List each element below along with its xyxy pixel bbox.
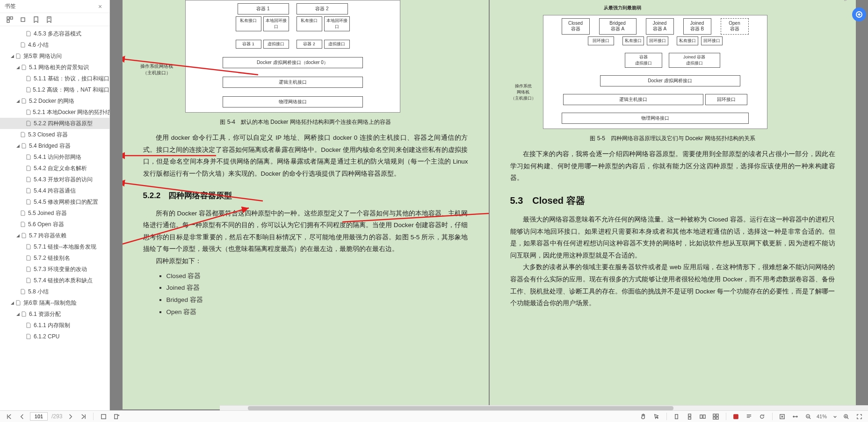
dia-box: 物理网络接口 — [223, 96, 363, 107]
prev-page-button[interactable] — [17, 412, 27, 421]
tree-item-label: 5.4.1 访问外部网络 — [34, 153, 81, 161]
dia-box: Bridged 容器 A — [599, 18, 637, 35]
tree-item[interactable]: 6.1.1 内存限制 — [0, 320, 109, 331]
last-page-button[interactable] — [78, 412, 88, 421]
continuous-page-icon[interactable] — [685, 412, 695, 421]
single-page-icon[interactable] — [672, 412, 682, 421]
bookmark-alt-icon[interactable] — [46, 16, 52, 23]
tree-item[interactable]: 5.4.3 开放对容器的访问 — [0, 174, 109, 185]
tree-item[interactable]: ◢5.4 Bridged 容器 — [0, 140, 109, 151]
tree-item[interactable]: 5.4.1 访问外部网络 — [0, 151, 109, 163]
close-icon[interactable]: × — [98, 3, 105, 10]
tree-item[interactable]: 5.3 Closed 容器 — [0, 129, 109, 140]
fullscreen-icon[interactable] — [854, 412, 864, 421]
tree-item[interactable]: 5.2.2 四种网络容器原型 — [0, 118, 109, 129]
tree-item[interactable]: ◢第5章 网络访问 — [0, 50, 109, 62]
body-paragraph: 四种原型如下： — [143, 255, 468, 267]
tree-item[interactable]: 5.2.1 本地Docker 网络的拓扑结构 — [0, 107, 109, 118]
next-page-button[interactable] — [65, 412, 75, 421]
tree-item[interactable]: 5.8 小结 — [0, 286, 109, 297]
tree-item-label: 5.5 Joined 容器 — [28, 209, 67, 217]
two-page-icon[interactable] — [698, 412, 708, 421]
horizontal-scrollbar[interactable] — [220, 405, 868, 410]
two-page-continuous-icon[interactable] — [711, 412, 721, 421]
tree-arrow-icon[interactable]: ◢ — [15, 64, 21, 70]
tree-item[interactable]: 5.4.4 跨容器通信 — [0, 185, 109, 196]
tree-item[interactable]: ◢第6章 隔离--限制危险 — [0, 297, 109, 308]
svg-rect-17 — [713, 414, 716, 416]
document-viewport[interactable]: 操作系统网络栈 （主机接口） 容器 1 容器 2 私有接口 本地回环接口 私有接… — [110, 0, 868, 410]
rotate-icon[interactable] — [757, 412, 767, 421]
dia-box: Joined 容器 A — [646, 18, 674, 35]
page-add-icon[interactable] — [111, 412, 122, 421]
tree-item[interactable]: 5.7.4 链接的本质和缺点 — [0, 275, 109, 286]
zoom-controls: 41% — [803, 412, 851, 421]
diagram-top-label: 从最强力到最脆弱 — [604, 5, 641, 11]
section-heading-5-2-2: 5.2.2 四种网络容器原型 — [143, 190, 468, 201]
tree-item[interactable]: ◢6.1 资源分配 — [0, 308, 109, 320]
bookmark-page-icon — [22, 64, 27, 70]
tree-arrow-icon[interactable]: ◢ — [15, 143, 21, 149]
bookmark-page-icon — [26, 278, 32, 283]
dia-box: 容器 1 — [236, 40, 261, 49]
tree-arrow-icon[interactable]: ◢ — [9, 53, 15, 59]
tree-item[interactable]: 5.4.2 自定义命名解析 — [0, 163, 109, 174]
bookmark-icon[interactable] — [33, 16, 39, 23]
tree-item-label: 5.4.3 开放对容器的访问 — [34, 176, 93, 184]
bookmark-page-icon — [21, 222, 26, 227]
diagram-side-label: 操作系统 网络栈 （主机接口） — [511, 83, 536, 101]
diagram-side-label: 操作系统网络栈 （主机接口） — [140, 63, 173, 76]
tree-item[interactable]: 5.7.2 链接别名 — [0, 252, 109, 264]
select-tool-icon[interactable] — [651, 412, 662, 421]
page-view-icon[interactable] — [98, 412, 108, 421]
tree-item[interactable]: 4.6 小结 — [0, 39, 109, 50]
assistant-badge-icon[interactable] — [852, 7, 866, 21]
bookmark-page-icon — [26, 31, 32, 36]
tree-arrow-icon[interactable]: ◢ — [15, 233, 21, 238]
diagram-top-arrow — [658, 0, 854, 1]
reflow-icon[interactable] — [744, 412, 754, 421]
bookmarks-tree[interactable]: 4.5.3 多态容器模式4.6 小结◢第5章 网络访问◢5.1 网络相关的背景知… — [0, 26, 109, 422]
tree-item[interactable]: 5.1.2 高级：网络，NAT 和端口转发 — [0, 84, 109, 95]
tree-arrow-icon[interactable]: ◢ — [9, 300, 15, 306]
tree-item[interactable]: 5.7.3 环境变量的改动 — [0, 264, 109, 275]
svg-rect-11 — [115, 414, 118, 418]
collapse-all-icon[interactable] — [20, 16, 26, 23]
dia-box: 回环接口 — [588, 36, 614, 45]
fit-width-icon[interactable] — [790, 412, 801, 421]
body-paragraph: 大多数的读者从事的领域主要在服务器软件或者是 web 应用后端，在这种情形下，很… — [510, 261, 835, 309]
bookmark-page-icon — [21, 42, 26, 48]
svg-rect-16 — [703, 415, 706, 418]
fit-page-icon[interactable] — [777, 412, 788, 421]
zoom-in-button[interactable] — [841, 412, 851, 421]
divider — [93, 413, 94, 420]
tree-item[interactable]: ◢5.1 网络相关的背景知识 — [0, 62, 109, 73]
dia-box: 逻辑主机接口 — [223, 77, 363, 88]
tree-item[interactable]: 6.1.2 CPU — [0, 331, 109, 342]
tree-item[interactable]: 5.7.1 链接--本地服务发现 — [0, 241, 109, 252]
zoom-dropdown-icon[interactable] — [830, 412, 840, 421]
tree-item[interactable]: 5.5 Joined 容器 — [0, 207, 109, 219]
scrollbar-thumb[interactable] — [248, 406, 673, 410]
dia-box: 容器 1 — [238, 3, 289, 14]
dia-box: 本地回环接口 — [263, 16, 289, 31]
zoom-out-button[interactable] — [803, 412, 814, 421]
pdf-mode-icon[interactable] — [731, 412, 741, 421]
tree-item[interactable]: ◢5.2 Docker 的网络 — [0, 95, 109, 107]
tree-item[interactable]: 5.4.5 修改网桥接口的配置 — [0, 196, 109, 207]
tree-item[interactable]: ◢5.7 跨容器依赖 — [0, 230, 109, 241]
svg-rect-15 — [700, 415, 702, 418]
tree-arrow-icon[interactable]: ◢ — [15, 98, 21, 104]
tree-item-label: 5.2.2 四种网络容器原型 — [34, 120, 93, 128]
tree-item[interactable]: 5.6 Open 容器 — [0, 219, 109, 230]
first-page-button[interactable] — [4, 412, 14, 421]
tree-item-label: 5.4.4 跨容器通信 — [34, 187, 76, 195]
tree-item[interactable]: 4.5.3 多态容器模式 — [0, 28, 109, 39]
dia-box: Open 容器 — [721, 18, 749, 35]
page-right: 从最强力到最脆弱 Closed 容器 Bridged 容器 A Joined 容… — [490, 0, 856, 409]
hand-tool-icon[interactable] — [638, 412, 649, 421]
tree-arrow-icon[interactable]: ◢ — [15, 311, 21, 317]
expand-all-icon[interactable] — [7, 16, 13, 23]
tree-item[interactable]: 5.1.1 基础：协议，接口和端口 — [0, 73, 109, 84]
page-number-input[interactable] — [30, 412, 48, 421]
